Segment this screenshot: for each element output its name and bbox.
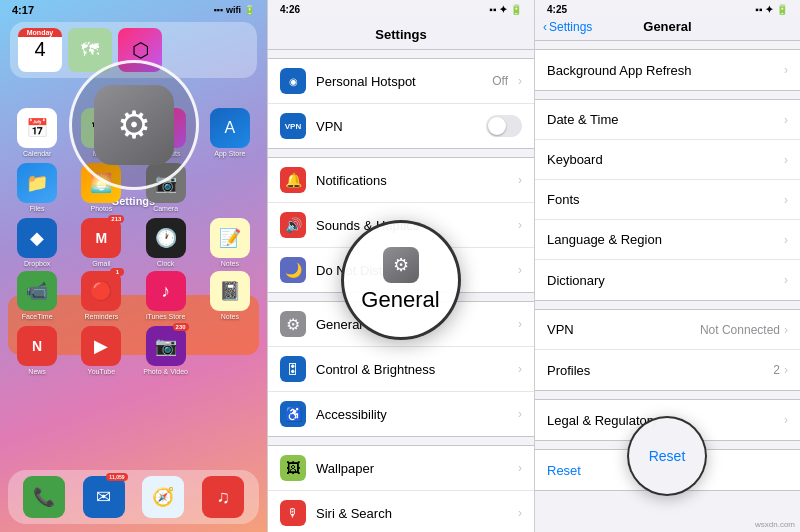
list-item[interactable]: 📹 FaceTime [8, 271, 66, 320]
list-item[interactable]: ◉ Personal Hotspot Off › [268, 59, 534, 104]
wifi-icon: wifi [226, 5, 241, 15]
chevron-icon: › [518, 461, 522, 475]
datetime-label: Date & Time [547, 112, 784, 127]
chevron-icon: › [518, 506, 522, 520]
list-item[interactable]: A App Store [201, 108, 259, 157]
hotspot-value: Off [492, 74, 508, 88]
mail-badge: 11,059 [106, 473, 127, 481]
gear-icon: ⚙ [117, 103, 151, 147]
list-item[interactable]: VPN Not Connected › [535, 310, 800, 350]
hotspot-icon: ◉ [280, 68, 306, 94]
clock-icon: 🕐 [146, 218, 186, 258]
notes2-icon: 📓 [210, 271, 250, 311]
mail-dock-icon: ✉ 11,059 [83, 476, 125, 518]
list-item[interactable]: 🔴 1 Reminders [72, 271, 130, 320]
list-item[interactable]: 🔔 Notifications › [268, 158, 534, 203]
list-item[interactable]: ✉ 11,059 [83, 476, 125, 518]
vpn-toggle[interactable] [486, 115, 522, 137]
general-circle-gear-icon: ⚙ [383, 247, 419, 283]
gmail-badge: 213 [108, 215, 124, 223]
shortcuts-icon: ⬡ [132, 38, 149, 62]
list-item[interactable]: 🖼 Wallpaper › [268, 446, 534, 491]
list-item[interactable]: 📓 Notes [201, 271, 259, 320]
list-item[interactable]: Language & Region › [535, 220, 800, 260]
general-section-3: VPN Not Connected › Profiles 2 › [535, 309, 800, 391]
app-label: Notes [221, 260, 239, 267]
vpn-icon: VPN [280, 113, 306, 139]
list-item[interactable]: Keyboard › [535, 140, 800, 180]
app-label: YouTube [88, 368, 116, 375]
status-time: 4:17 [12, 4, 34, 16]
list-item[interactable]: 🧭 [142, 476, 184, 518]
list-item[interactable]: Fonts › [535, 180, 800, 220]
chevron-icon: › [784, 233, 788, 247]
hotspot-label: Personal Hotspot [316, 74, 482, 89]
list-item[interactable]: Dictionary › [535, 260, 800, 300]
phone-dock-icon: 📞 [23, 476, 65, 518]
p3-battery-icon: 🔋 [776, 4, 788, 15]
list-item[interactable]: M 213 Gmail [72, 218, 130, 267]
list-item[interactable]: Date & Time › [535, 100, 800, 140]
files-icon: 📁 [17, 163, 57, 203]
app-dock: 📞 ✉ 11,059 🧭 ♫ [8, 470, 259, 524]
control-icon: 🎛 [280, 356, 306, 382]
app-label: News [28, 368, 46, 375]
general-row-icon: ⚙ [280, 311, 306, 337]
background-refresh-label: Background App Refresh [547, 63, 784, 78]
list-item[interactable]: ♫ [202, 476, 244, 518]
chevron-icon: › [518, 362, 522, 376]
calendar-icon: 📅 [17, 108, 57, 148]
youtube-icon: ▶ [81, 326, 121, 366]
language-label: Language & Region [547, 232, 784, 247]
list-item[interactable]: 📞 [23, 476, 65, 518]
p2-status-time: 4:26 [280, 4, 300, 15]
app-label: Gmail [92, 260, 110, 267]
siri-icon: 🎙 [280, 500, 306, 526]
chevron-icon: › [784, 363, 788, 377]
p2-nav-title: Settings [375, 27, 426, 42]
chevron-icon: › [784, 193, 788, 207]
chevron-icon: › [518, 407, 522, 421]
list-item[interactable]: ♿ Accessibility › [268, 392, 534, 436]
profiles-label: Profiles [547, 363, 773, 378]
app-label: Photo & Video [143, 368, 188, 375]
list-item[interactable]: ◆ Dropbox [8, 218, 66, 267]
list-item[interactable]: Profiles 2 › [535, 350, 800, 390]
status-bar: 4:17 ▪▪▪ wifi 🔋 [0, 0, 267, 20]
dropbox-icon: ◆ [17, 218, 57, 258]
list-item[interactable]: ♪ iTunes Store [137, 271, 195, 320]
chevron-icon: › [784, 153, 788, 167]
calendar-widget[interactable]: Monday 4 [18, 28, 62, 72]
profiles-value: 2 [773, 363, 780, 377]
app-label: FaceTime [22, 313, 53, 320]
notes-icon: 📝 [210, 218, 250, 258]
list-item[interactable]: VPN VPN [268, 104, 534, 148]
chevron-icon: › [518, 173, 522, 187]
chevron-icon: › [784, 113, 788, 127]
dnd-icon: 🌙 [280, 257, 306, 283]
list-item[interactable]: Background App Refresh › [535, 50, 800, 90]
p2-signal-icon: ▪▪ [489, 4, 496, 15]
p3-status-icons: ▪▪ ✦ 🔋 [755, 4, 788, 15]
p3-wifi-icon: ✦ [765, 4, 776, 15]
settings-app-icon-large[interactable]: ⚙ [94, 85, 174, 165]
list-item[interactable]: 📝 Notes [201, 218, 259, 267]
calendar-day-number: 4 [34, 39, 45, 59]
app-label: Photos [90, 205, 112, 212]
p3-nav-title: General [643, 19, 691, 34]
app-label: Dropbox [24, 260, 50, 267]
facetime-icon: 📹 [17, 271, 57, 311]
reset-circle-label: Reset [649, 448, 686, 464]
app-label: Camera [153, 205, 178, 212]
list-item[interactable]: 🎙 Siri & Search › [268, 491, 534, 532]
list-item[interactable]: 📅 Calendar [8, 108, 66, 157]
list-item[interactable]: 🕐 Clock [137, 218, 195, 267]
back-button[interactable]: ‹ Settings [543, 20, 592, 34]
reset-spotlight-circle: Reset [627, 416, 707, 496]
list-item[interactable]: 🎛 Control & Brightness › [268, 347, 534, 392]
app-grid-3: 📹 FaceTime 🔴 1 Reminders ♪ iTunes Store … [8, 271, 259, 320]
p3-signal-icon: ▪▪ [755, 4, 762, 15]
maps-icon: 🗺 [81, 40, 99, 61]
list-item[interactable]: 📁 Files [8, 163, 66, 212]
app-label: iTunes Store [146, 313, 185, 320]
